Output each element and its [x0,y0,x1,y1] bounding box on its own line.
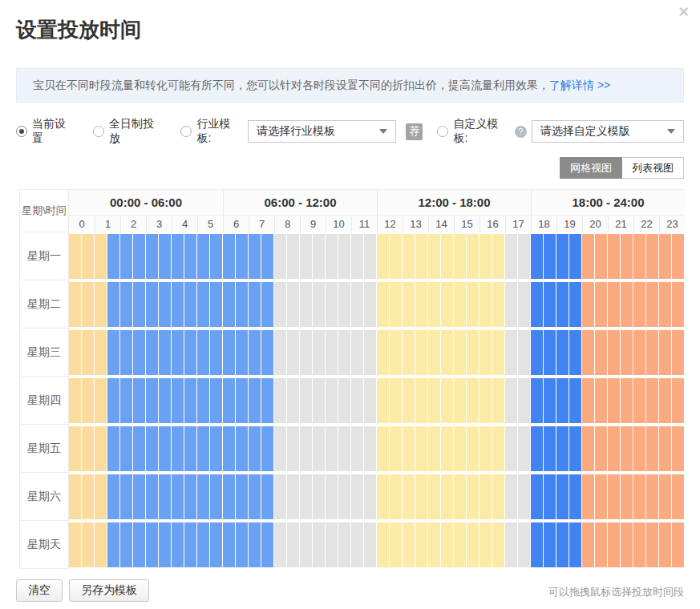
time-slot-cell[interactable] [95,426,107,471]
time-slot-cell[interactable] [95,234,107,279]
time-slot-cell[interactable] [569,234,582,279]
time-slot-cell[interactable] [531,522,544,567]
time-slot-cell[interactable] [633,330,646,375]
learn-more-link[interactable]: 了解详情 >> [549,79,610,93]
time-slot-cell[interactable] [518,282,531,327]
time-slot-cell[interactable] [287,522,300,567]
time-slot-cell[interactable] [351,378,364,423]
time-slot-cell[interactable] [390,522,403,567]
time-slot-cell[interactable] [505,522,518,567]
time-slot-cell[interactable] [403,234,415,279]
time-slot-cell[interactable] [287,282,300,327]
time-slot-cell[interactable] [621,234,633,279]
time-slot-cell[interactable] [377,378,390,423]
time-slot-cell[interactable] [608,426,621,471]
time-slot-cell[interactable] [646,474,659,519]
save-as-template-button[interactable]: 另存为模板 [69,579,149,602]
option-fullday[interactable]: 全日制投放 [93,117,164,146]
time-slot-cell[interactable] [479,234,492,279]
time-slot-cell[interactable] [287,426,300,471]
time-slot-cell[interactable] [236,234,249,279]
time-slot-cell[interactable] [146,522,159,567]
time-slot-cell[interactable] [441,522,454,567]
time-slot-cell[interactable] [659,378,672,423]
time-slot-cell[interactable] [249,474,261,519]
time-slot-cell[interactable] [133,522,146,567]
time-slot-cell[interactable] [120,330,133,375]
time-slot-cell[interactable] [120,378,133,423]
time-slot-cell[interactable] [261,474,274,519]
radio-industry-template[interactable] [180,126,192,137]
time-slot-cell[interactable] [646,234,659,279]
time-slot-cell[interactable] [415,330,428,375]
time-slot-cell[interactable] [274,282,287,327]
time-slot-cell[interactable] [261,282,274,327]
time-slot-cell[interactable] [556,234,569,279]
time-slot-cell[interactable] [338,474,351,519]
time-slot-cell[interactable] [287,378,300,423]
time-slot-cell[interactable] [454,522,467,567]
time-slot-cell[interactable] [672,378,685,423]
time-slot-cell[interactable] [556,282,569,327]
time-slot-cell[interactable] [274,426,287,471]
time-slot-cell[interactable] [415,474,428,519]
time-slot-cell[interactable] [82,282,95,327]
time-slot-cell[interactable] [672,426,685,471]
time-slot-cell[interactable] [249,378,261,423]
time-slot-cell[interactable] [569,378,582,423]
time-slot-cell[interactable] [492,522,505,567]
time-slot-cell[interactable] [364,522,377,567]
time-slot-cell[interactable] [95,330,107,375]
time-slot-cell[interactable] [646,282,659,327]
time-slot-cell[interactable] [390,282,403,327]
time-slot-cell[interactable] [95,378,107,423]
time-slot-cell[interactable] [390,330,403,375]
time-slot-cell[interactable] [479,426,492,471]
time-slot-cell[interactable] [120,234,133,279]
time-slot-cell[interactable] [608,522,621,567]
time-slot-cell[interactable] [659,474,672,519]
time-slot-cell[interactable] [531,426,544,471]
time-slot-cell[interactable] [531,474,544,519]
time-slot-cell[interactable] [287,330,300,375]
time-slot-cell[interactable] [82,474,95,519]
time-slot-cell[interactable] [364,378,377,423]
time-slot-cell[interactable] [287,234,300,279]
time-slot-cell[interactable] [454,474,467,519]
time-slot-cell[interactable] [595,234,608,279]
time-slot-cell[interactable] [595,522,608,567]
time-slot-cell[interactable] [467,522,479,567]
time-slot-cell[interactable] [249,522,261,567]
time-slot-cell[interactable] [326,426,338,471]
time-slot-cell[interactable] [377,234,390,279]
time-slot-cell[interactable] [120,474,133,519]
time-slot-cell[interactable] [338,330,351,375]
time-slot-cell[interactable] [223,426,236,471]
time-slot-cell[interactable] [518,234,531,279]
time-slot-cell[interactable] [441,474,454,519]
time-slot-cell[interactable] [582,474,595,519]
time-slot-cell[interactable] [197,330,210,375]
time-slot-cell[interactable] [364,426,377,471]
time-slot-cell[interactable] [159,330,172,375]
time-slot-cell[interactable] [351,522,364,567]
time-slot-cell[interactable] [492,282,505,327]
time-slot-cell[interactable] [428,330,441,375]
time-slot-cell[interactable] [377,330,390,375]
time-slot-cell[interactable] [518,522,531,567]
time-slot-cell[interactable] [69,378,82,423]
time-slot-cell[interactable] [184,474,197,519]
time-slot-cell[interactable] [249,234,261,279]
time-slot-cell[interactable] [621,378,633,423]
time-slot-cell[interactable] [172,282,184,327]
time-slot-cell[interactable] [236,474,249,519]
time-slot-cell[interactable] [210,522,223,567]
time-slot-cell[interactable] [505,474,518,519]
time-slot-cell[interactable] [467,474,479,519]
time-slot-cell[interactable] [69,330,82,375]
time-slot-cell[interactable] [313,522,326,567]
time-slot-cell[interactable] [300,234,313,279]
time-slot-cell[interactable] [544,426,556,471]
time-slot-cell[interactable] [146,282,159,327]
time-slot-cell[interactable] [364,234,377,279]
